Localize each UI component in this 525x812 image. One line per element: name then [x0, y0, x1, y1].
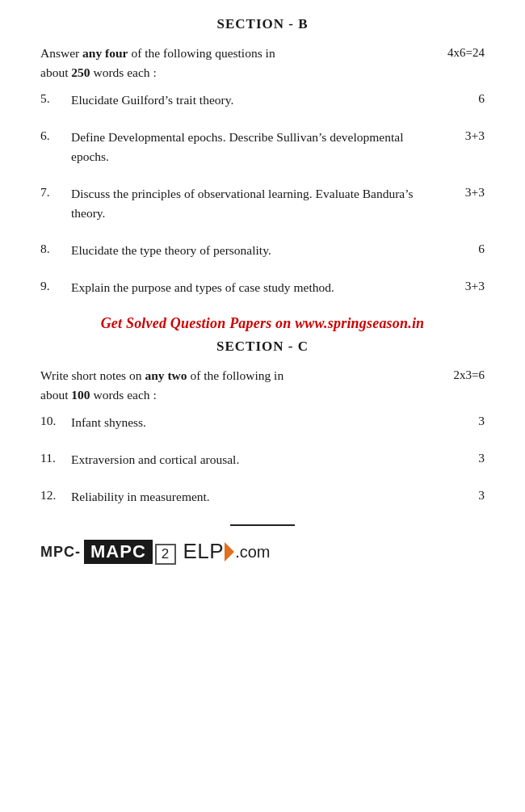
q9-marks: 3+3: [459, 278, 485, 293]
q11-marks: 3: [459, 450, 485, 465]
question-10: 10. Infant shyness. 3: [40, 413, 485, 432]
q12-text: Reliability in measurement.: [71, 487, 459, 507]
question-6: 6. Define Developmental epochs. Describe…: [40, 128, 485, 166]
q8-marks: 6: [459, 241, 485, 256]
q8-text: Elucidate the type theory of personality…: [71, 241, 459, 260]
words-250: 250: [71, 65, 90, 79]
footer-page-box: 2: [155, 544, 176, 565]
question-9: 9. Explain the purpose and types of case…: [40, 278, 485, 297]
section-b-marks: 4x6=24: [447, 44, 485, 62]
q12-num: 12.: [40, 487, 71, 503]
section-b-instruction: Answer any four of the following questio…: [40, 44, 485, 82]
question-7: 7. Discuss the principles of observation…: [40, 184, 485, 223]
q7-text: Discuss the principles of observational …: [71, 184, 459, 223]
q7-marks: 3+3: [459, 184, 485, 200]
q6-text: Define Developmental epochs. Describe Su…: [71, 128, 459, 166]
question-8: 8. Elucidate the type theory of personal…: [40, 241, 485, 260]
q8-num: 8.: [40, 241, 71, 256]
section-b-title: SECTION - B: [40, 16, 485, 32]
any-four: any four: [82, 46, 128, 60]
instruction-text-1: Answer any four of the following questio…: [40, 46, 275, 60]
footer-dotcom-text: .com: [235, 543, 270, 562]
footer-mapc-text: MAPC: [84, 540, 153, 564]
any-two: any two: [145, 368, 187, 382]
c-instruction-text-1: Write short notes on any two of the foll…: [40, 368, 284, 382]
q9-num: 9.: [40, 278, 71, 293]
footer-mpc-text: MPC-: [40, 544, 81, 561]
promo-banner[interactable]: Get Solved Question Papers on www.spring…: [40, 315, 485, 332]
q11-text: Extraversion and cortical arousal.: [71, 450, 459, 469]
words-100: 100: [71, 388, 90, 402]
q10-num: 10.: [40, 413, 71, 428]
q10-marks: 3: [459, 413, 485, 428]
question-11: 11. Extraversion and cortical arousal. 3: [40, 450, 485, 469]
q11-num: 11.: [40, 450, 71, 465]
footer: MPC- MAPC 2 ELP .com: [40, 534, 485, 565]
q12-marks: 3: [459, 487, 485, 503]
footer-orange-triangle: [225, 542, 234, 562]
q7-num: 7.: [40, 184, 71, 200]
section-c-instruction: Write short notes on any two of the foll…: [40, 366, 485, 405]
section-c-title: SECTION - C: [40, 339, 485, 355]
q5-num: 5.: [40, 90, 71, 106]
divider: [230, 524, 295, 526]
q10-text: Infant shyness.: [71, 413, 459, 432]
page: SECTION - B Answer any four of the follo…: [0, 0, 525, 812]
q5-marks: 6: [459, 90, 485, 106]
q5-text: Elucidate Guilford’s trait theory.: [71, 90, 459, 110]
instruction-text-2: about 250 words each :: [40, 65, 157, 79]
c-instruction-text-2: about 100 words each :: [40, 388, 157, 402]
question-5: 5. Elucidate Guilford’s trait theory. 6: [40, 90, 485, 110]
q6-marks: 3+3: [459, 128, 485, 143]
question-12: 12. Reliability in measurement. 3: [40, 487, 485, 507]
q6-num: 6.: [40, 128, 71, 143]
q9-text: Explain the purpose and types of case st…: [71, 278, 459, 297]
footer-help-text: 2 ELP: [154, 539, 224, 565]
section-c-marks: 2x3=6: [454, 366, 485, 385]
